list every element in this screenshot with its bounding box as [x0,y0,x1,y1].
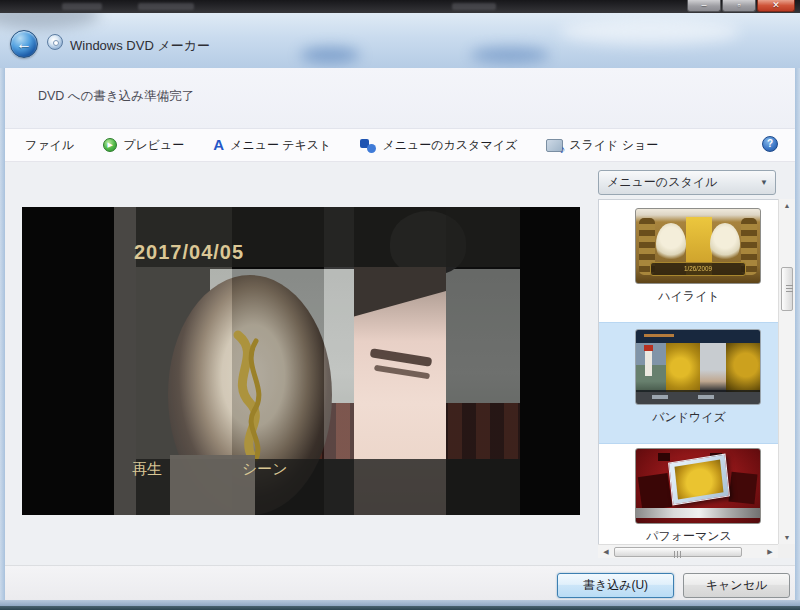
style-label: ハイライト [599,288,779,305]
scroll-grip [786,285,793,293]
glass-reflection [560,19,740,45]
menu-play-label: 再生 [132,460,162,479]
back-arrow-icon: ← [11,31,37,56]
thumb-art [698,395,714,399]
glass-reflection [300,47,360,63]
menu-customize[interactable]: メニューのカスタマイズ [355,134,522,157]
thumb-art [675,459,724,499]
menu-scenes-label: シーン [242,460,288,479]
scroll-grip [674,551,682,558]
thumb-art [638,473,672,511]
style-item-bandwidth[interactable]: バンドウイズ [599,322,779,444]
menu-text-label: メニュー テキスト [230,137,331,154]
toolbar: ファイル ▶ プレビュー A メニュー テキスト メニューのカスタマイズ ♪ ス… [5,129,795,162]
footer-bar [5,565,795,600]
thumb-art [729,472,758,505]
menu-file[interactable]: ファイル [20,134,79,157]
thumb-art [656,223,686,265]
thumb-date-text: 1/26/2009 [656,264,741,275]
thumb-lighthouse [645,350,652,376]
slideshow-menu-label: スライド ショー [569,137,658,154]
performance-thumbnail [635,448,761,524]
screen: – ▫ ✕ ← Windows DVD メーカー DVD への書き込み準備完了 … [0,0,800,610]
scroll-left-icon[interactable]: ◀ [600,548,612,556]
window-border-right [795,13,800,606]
close-button[interactable]: ✕ [757,0,795,12]
chevron-down-icon: ▼ [760,171,768,194]
window-title: Windows DVD メーカー [70,37,210,55]
background-artifact [452,3,496,10]
desktop-sliver [0,606,800,610]
menu-style-dropdown-label: メニューのスタイル [607,175,717,189]
thumb-art [652,395,668,399]
style-item-performance[interactable]: パフォーマンス [599,442,779,558]
horizontal-scroll-thumb[interactable] [614,547,742,557]
play-circle-icon: ▶ [103,138,117,152]
vertical-scroll-thumb[interactable] [781,267,793,311]
help-button[interactable]: ? [762,136,778,152]
cancel-button[interactable]: キャンセル [683,573,790,598]
vertical-scrollbar[interactable]: ▲ ▼ [778,199,795,544]
horizontal-scrollbar[interactable]: ◀ ▶ [598,544,778,558]
background-window-strip [0,0,800,13]
scroll-down-icon[interactable]: ▼ [779,534,795,541]
burn-button[interactable]: 書き込み(U) [557,573,674,598]
preview-menu-label: プレビュー [123,137,184,154]
style-item-highlights[interactable]: 1/26/2009 ハイライト [599,202,779,322]
style-label: パフォーマンス [599,528,779,545]
dvd-menu-preview: 2017/04/05 再生 シーン [22,207,580,515]
maximize-button[interactable]: ▫ [722,0,756,12]
menu-style-dropdown[interactable]: メニューのスタイル ▼ [598,170,776,195]
thumb-art [644,334,674,337]
window-controls: – ▫ ✕ [687,0,795,12]
thumb-art [658,453,670,461]
glass-reflection [0,13,100,29]
menu-preview[interactable]: ▶ プレビュー [98,134,189,157]
file-menu-label: ファイル [25,137,74,154]
customize-menu-label: メニューのカスタマイズ [382,137,517,154]
note-icon: ♪ [560,144,566,154]
thumb-art [726,343,761,392]
background-artifact [62,3,102,10]
scroll-right-icon[interactable]: ▶ [764,548,776,556]
bandwidth-thumbnail [635,329,761,405]
thumb-art [666,343,700,392]
glass-reflection [470,47,550,63]
menu-slideshow[interactable]: ♪ スライド ショー [541,134,663,157]
shapes-icon [360,138,376,153]
scroll-up-icon[interactable]: ▲ [779,202,795,209]
highlights-thumbnail: 1/26/2009 [635,208,761,284]
thumb-art [700,343,726,392]
slideshow-icon: ♪ [546,139,563,152]
disc-title-text: 2017/04/05 [134,241,244,264]
menu-text[interactable]: A メニュー テキスト [208,134,336,157]
thumb-art [710,223,740,265]
back-button[interactable]: ← [10,30,38,58]
status-text: DVD への書き込み準備完了 [38,88,194,105]
letter-a-icon: A [213,138,224,152]
thumb-art [636,508,761,518]
menu-style-list: 1/26/2009 ハイライト バンドウイズ [598,199,795,558]
style-label: バンドウイズ [599,409,779,426]
thumb-art [644,345,653,351]
background-artifact [138,3,194,10]
thumb-screen [668,454,730,506]
scrollbar-corner [778,544,795,558]
minimize-button[interactable]: – [687,0,721,12]
dvd-maker-icon [47,34,63,50]
thumb-date-band: 1/26/2009 [650,262,746,276]
